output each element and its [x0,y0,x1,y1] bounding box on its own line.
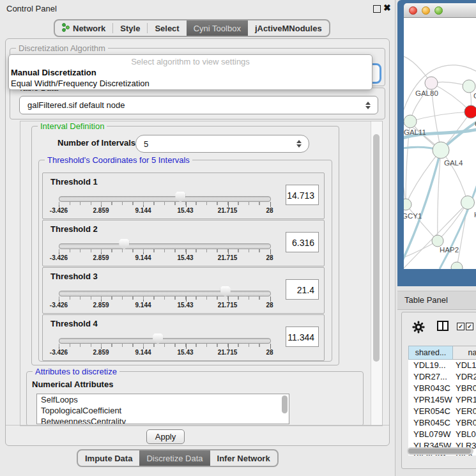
threshold-2-value-field[interactable]: 6.316 [286,232,319,252]
discretization-algorithm-group-title: Discretization Algorithm [16,43,108,53]
table-row[interactable]: YBR045C YBR0... [408,417,476,429]
node-hap2[interactable] [432,235,443,247]
tick-label: -3.426 [50,254,68,261]
tick-label: 28 [266,302,273,309]
threshold-4-box: Threshold 4 -3.4262.8599.14415.4321.7152… [42,314,325,361]
threshold-3-label: Threshold 3 [50,272,98,281]
tick-label: 15.43 [177,254,193,261]
checkbox-icon[interactable]: ✓ [466,323,473,330]
close-icon[interactable]: ✖ [383,3,391,13]
tick-label: 9.144 [135,302,151,309]
number-of-intervals-combobox[interactable]: 5 [135,135,309,153]
table-row[interactable]: YPR145W YPR1... [408,394,476,406]
settings-vertical-scrollbar[interactable] [371,121,382,426]
tab-cyni-toolbox-label: Cyni Toolbox [194,24,241,33]
slider-minor-ticks [59,296,270,300]
numerical-attributes-list: SelfLoops TopologicalCoefficient Between… [36,394,289,424]
table-row[interactable]: YBR043C YBR0... [408,383,476,394]
interval-definition-group: Interval Definition Number of Intervals … [31,126,339,365]
threshold-4-value-field[interactable]: 11.344 [286,326,319,347]
table-header-row: shared... na [408,346,476,360]
tick-label: 21.715 [218,254,238,261]
tab-jactivemnodules-label: jActiveMNodules [255,24,322,33]
algorithm-option-manual[interactable]: Manual Discretization [9,67,372,78]
threshold-1-value-field[interactable]: 14.713 [286,185,319,205]
scrollbar-thumb[interactable] [373,134,380,362]
tab-style[interactable]: Style [113,20,147,36]
attributes-group-title: Attributes to discretize [33,367,119,376]
node-gal11[interactable] [404,115,417,128]
minimize-traffic-light[interactable] [422,6,430,15]
threshold-4-slider-track[interactable] [59,338,271,344]
tab-network[interactable]: Network [55,20,112,36]
scrollbar-thumb[interactable] [408,449,471,454]
tab-impute-data-label: Impute Data [85,454,132,463]
float-window-icon[interactable] [373,5,381,13]
attributes-group: Attributes to discretize Numerical Attri… [26,371,364,426]
algorithm-placeholder-option[interactable]: Select algorithm to view settings [9,55,372,67]
slider-minor-ticks [59,202,270,205]
threshold-2-label: Threshold 2 [50,224,98,234]
tick-label: 28 [266,254,273,261]
tab-select[interactable]: Select [148,20,186,36]
zoom-traffic-light[interactable] [434,6,443,15]
table-row[interactable]: YDL19... YDL1... [408,360,476,371]
node-bottom[interactable] [451,262,463,269]
node-selected-red[interactable] [464,105,476,118]
threshold-2-slider-track[interactable] [59,243,271,249]
tab-discretize-data[interactable]: Discretize Data [139,450,210,466]
algorithm-option-equal-width[interactable]: Equal Width/Frequency Discretization [9,78,372,89]
table-row[interactable]: YDR27... YDR2... [408,371,476,383]
checkbox-icon[interactable]: ✓ [457,323,464,330]
gear-icon[interactable] [412,321,425,336]
tab-cyni-toolbox[interactable]: Cyni Toolbox [187,20,248,36]
table-row[interactable]: YER054C YER0... [408,406,476,417]
network-window-titlebar [404,3,476,18]
combobox-spinner-icon [364,102,372,109]
cell-shared-name: YPR145W [408,394,453,406]
table-panel-header: Table Panel [397,291,476,310]
apply-button[interactable]: Apply [146,429,185,444]
table-horizontal-scrollbar[interactable] [407,447,473,455]
node-gal4[interactable] [433,142,449,158]
node-gal80[interactable] [425,77,438,89]
table-row[interactable]: YBL079W YBL0... [408,429,476,440]
table-data-combobox[interactable]: galFiltered.sif default node [19,96,378,114]
split-columns-icon[interactable] [437,321,449,331]
table-data-group: Table Data galFiltered.sif default node [10,88,385,119]
node-gcy1[interactable] [404,199,411,210]
tab-select-label: Select [155,24,179,33]
tab-jactivemnodules[interactable]: jActiveMNodules [248,20,329,36]
tick-label: 9.144 [135,349,151,356]
close-traffic-light[interactable] [409,6,417,15]
attribute-list-item[interactable]: SelfLoops [37,394,289,405]
cell-name: YDR2... [453,371,476,383]
column-header-name[interactable]: na [453,346,476,360]
column-header-shared-name[interactable]: shared... [408,346,453,360]
node-h[interactable] [461,196,475,210]
table-data-selected-value: galFiltered.sif default node [20,100,364,110]
network-nodes [404,77,476,269]
cell-name: YBR0... [453,417,476,429]
cell-shared-name: YBL079W [408,429,453,440]
slider-minor-ticks [59,344,270,347]
attribute-list-item[interactable]: TopologicalCoefficient [37,405,289,416]
table-panel-toolbar: ✓ ✓ [402,312,476,342]
attributes-list-scrollbar[interactable] [282,395,288,413]
node-g[interactable] [463,80,475,93]
threshold-3-value-field[interactable]: 21.4 [286,279,319,300]
tick-label: 28 [266,207,273,214]
tab-infer-network-label: Infer Network [217,454,270,463]
desktop: Control Panel ✖ Network [0,0,476,476]
cell-shared-name: YBR045C [408,417,453,429]
network-canvas[interactable]: GAL80 G C GAL11 GAL4 GCY1 H HAP2 [404,18,476,269]
cell-shared-name: YDL19... [408,360,453,371]
tick-label: -3.426 [50,207,68,214]
tab-impute-data[interactable]: Impute Data [78,450,139,466]
tab-infer-network[interactable]: Infer Network [210,450,277,466]
threshold-3-slider-track[interactable] [59,291,271,296]
slider-minor-ticks [59,249,270,252]
threshold-1-slider-track[interactable] [59,196,271,202]
attribute-list-item[interactable]: BetweennessCentrality [37,416,289,424]
control-panel-tabbar: Network Style Select Cyni Toolbox jActiv… [54,19,330,37]
